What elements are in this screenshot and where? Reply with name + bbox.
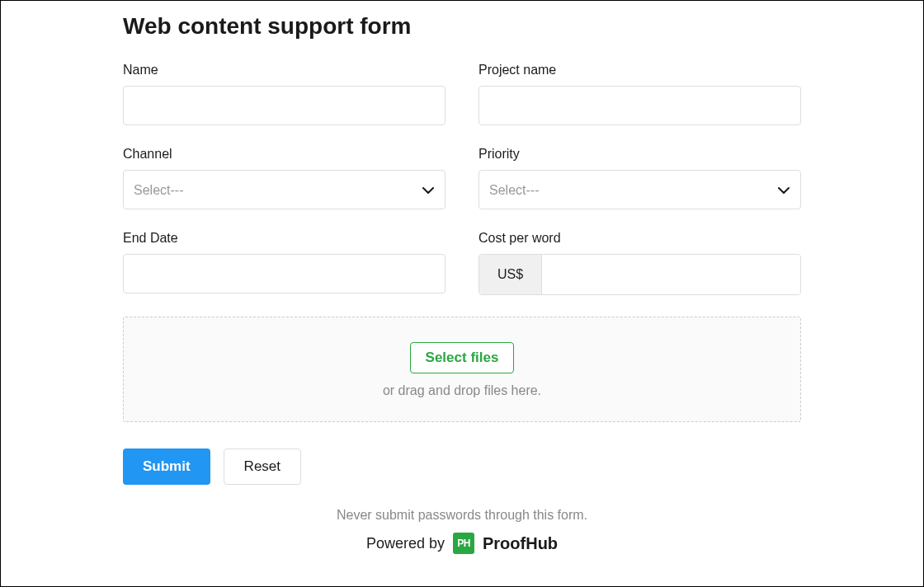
footer-notice: Never submit passwords through this form… bbox=[123, 508, 801, 523]
cost-per-word-input[interactable] bbox=[542, 255, 800, 294]
form-row-3: End Date Cost per word US$ bbox=[123, 231, 801, 295]
submit-button[interactable]: Submit bbox=[123, 448, 210, 485]
proofhub-logo-icon: PH bbox=[453, 533, 474, 554]
priority-group: Priority Select--- bbox=[478, 147, 801, 209]
proofhub-brand-name: ProofHub bbox=[483, 534, 558, 553]
powered-by-text: Powered by bbox=[366, 535, 445, 552]
form-title: Web content support form bbox=[123, 13, 801, 40]
button-row: Submit Reset bbox=[123, 448, 801, 485]
channel-select[interactable]: Select--- bbox=[123, 170, 446, 209]
end-date-group: End Date bbox=[123, 231, 446, 295]
project-name-label: Project name bbox=[478, 63, 801, 77]
channel-label: Channel bbox=[123, 147, 446, 162]
cost-per-word-label: Cost per word bbox=[478, 231, 801, 246]
priority-select-wrapper: Select--- bbox=[478, 170, 801, 209]
form-row-1: Name Project name bbox=[123, 63, 801, 125]
name-label: Name bbox=[123, 63, 446, 77]
file-upload-area[interactable]: Select files or drag and drop files here… bbox=[123, 317, 801, 422]
project-name-input[interactable] bbox=[478, 86, 801, 125]
project-name-group: Project name bbox=[478, 63, 801, 125]
select-files-button[interactable]: Select files bbox=[410, 342, 515, 373]
name-group: Name bbox=[123, 63, 446, 125]
cost-per-word-group: Cost per word US$ bbox=[478, 231, 801, 295]
end-date-input[interactable] bbox=[123, 254, 446, 294]
priority-label: Priority bbox=[478, 147, 801, 162]
reset-button[interactable]: Reset bbox=[224, 448, 301, 485]
currency-input-group: US$ bbox=[478, 254, 801, 295]
currency-prefix: US$ bbox=[479, 255, 542, 294]
priority-select[interactable]: Select--- bbox=[478, 170, 801, 209]
channel-select-wrapper: Select--- bbox=[123, 170, 446, 209]
drag-drop-hint: or drag and drop files here. bbox=[140, 383, 784, 398]
end-date-label: End Date bbox=[123, 231, 446, 246]
form-row-2: Channel Select--- Priority Select--- bbox=[123, 147, 801, 209]
channel-group: Channel Select--- bbox=[123, 147, 446, 209]
name-input[interactable] bbox=[123, 86, 446, 125]
form-container: Web content support form Name Project na… bbox=[1, 1, 923, 554]
powered-by: Powered by PH ProofHub bbox=[123, 533, 801, 554]
